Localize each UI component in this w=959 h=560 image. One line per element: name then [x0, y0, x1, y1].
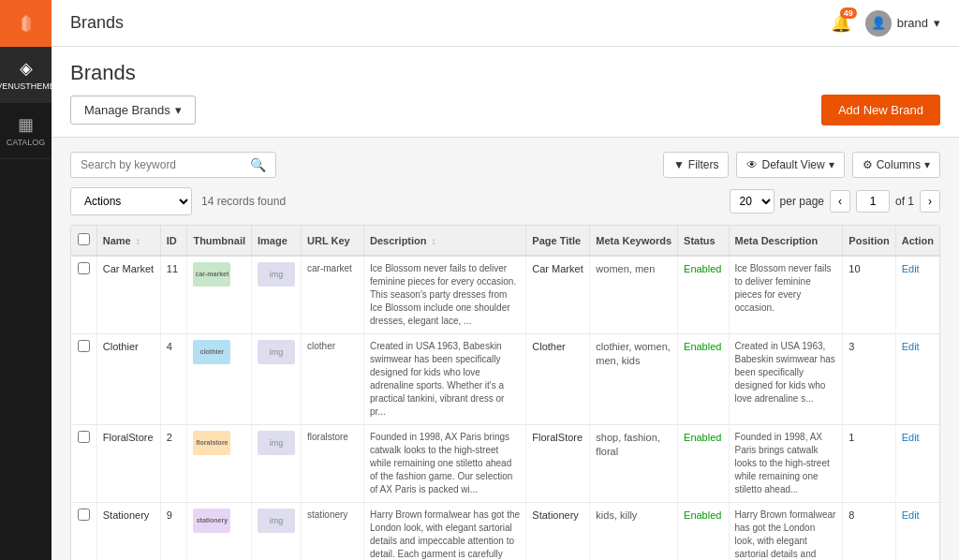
user-label: brand: [897, 16, 928, 30]
records-count: 14 records found: [201, 195, 286, 208]
main-content: Brands 🔔 49 👤 brand ▾ Brands Manage Bran…: [52, 0, 959, 560]
edit-link[interactable]: Edit: [902, 509, 920, 521]
th-metakw: Meta Keywords: [590, 226, 678, 256]
manage-brands-label: Manage Brands: [84, 103, 170, 117]
per-page-select[interactable]: 20: [730, 189, 775, 214]
cell-position: 8: [843, 503, 895, 561]
prev-page-button[interactable]: ‹: [830, 190, 850, 213]
venustheme-icon: ◈: [20, 58, 33, 79]
view-button[interactable]: 👁 Default View ▾: [736, 152, 844, 178]
cell-status: Enabled: [678, 425, 730, 503]
th-action: Action: [895, 226, 939, 256]
gear-icon: ⚙: [863, 158, 873, 171]
table-row: Stationery 9 stationery img stationery H…: [71, 503, 939, 561]
eye-icon: 👁: [746, 158, 758, 171]
catalog-icon: ▦: [18, 114, 34, 135]
cell-urlkey: car-market: [302, 256, 364, 334]
table-row: Car Market 11 car-market img car-market …: [71, 256, 939, 334]
th-position: Position: [843, 226, 895, 256]
page-header: Brands Manage Brands ▾ Add New Brand: [52, 47, 959, 138]
brands-table: Name ↕ ID Thumbnail Image URL Key Descri…: [71, 226, 939, 560]
chevron-down-icon: ▾: [829, 158, 834, 171]
th-urlkey: URL Key: [302, 226, 364, 256]
user-menu[interactable]: 👤 brand ▾: [865, 10, 940, 37]
sidebar-item-catalog[interactable]: ▦ CATALOG: [0, 103, 52, 159]
page-number-input[interactable]: [856, 190, 890, 213]
cell-name: Car Market: [96, 256, 160, 334]
cell-id: 11: [160, 256, 187, 334]
row-checkbox[interactable]: [78, 340, 90, 352]
page-title: Brands: [70, 47, 940, 95]
columns-label: Columns: [877, 158, 921, 171]
search-input[interactable]: [81, 158, 245, 171]
cell-position: 1: [843, 425, 895, 503]
cell-metadesc: Founded in 1998, AX Paris brings catwalk…: [729, 425, 843, 503]
cell-metakw: kids, killy: [590, 503, 678, 561]
cell-pagetitle: Car Market: [526, 256, 590, 334]
cell-metadesc: Created in USA 1963, Babeskin swimwear h…: [729, 334, 843, 425]
cell-image: img: [252, 256, 302, 334]
sub-toolbar-right: 20 per page ‹ of 1 ›: [730, 189, 940, 214]
sort-icon: ↕: [432, 236, 436, 246]
cell-metakw: women, men: [590, 256, 678, 334]
row-checkbox[interactable]: [78, 508, 90, 521]
page-actions: Manage Brands ▾ Add New Brand: [70, 95, 940, 137]
cell-thumbnail: car-market: [187, 256, 252, 334]
filters-button[interactable]: ▼ Filters: [663, 152, 730, 178]
edit-link[interactable]: Edit: [902, 263, 920, 274]
search-box[interactable]: 🔍: [70, 152, 276, 178]
notification-bell[interactable]: 🔔 49: [831, 13, 851, 34]
cell-thumbnail: stationery: [187, 503, 252, 561]
cell-thumbnail: clothier: [187, 334, 252, 425]
add-new-brand-button[interactable]: Add New Brand: [821, 95, 940, 125]
cell-position: 10: [843, 256, 895, 334]
sidebar-item-venustheme[interactable]: ◈ VENUSTHEME: [0, 47, 52, 103]
table-row: Clothier 4 clothier img clother Created …: [71, 334, 939, 425]
sort-icon: ↕: [136, 236, 140, 246]
th-thumbnail: Thumbnail: [187, 226, 252, 256]
th-description: Description ↕: [364, 226, 526, 256]
search-icon[interactable]: 🔍: [250, 157, 266, 172]
table-row: FloralStore 2 floralstore img floralstor…: [71, 425, 939, 503]
cell-action: Edit: [895, 425, 939, 503]
chevron-down-icon: ▾: [934, 16, 940, 30]
toolbar: 🔍 ▼ Filters 👁 Default View ▾ ⚙ Columns ▾: [70, 152, 940, 178]
th-id: ID: [160, 226, 187, 256]
brands-table-wrapper: Name ↕ ID Thumbnail Image URL Key Descri…: [70, 225, 940, 560]
cell-description: Harry Brown formalwear has got the Londo…: [364, 503, 526, 561]
filter-icon: ▼: [673, 158, 685, 171]
cell-id: 9: [160, 503, 187, 561]
cell-id: 4: [160, 334, 187, 425]
magento-logo: [0, 0, 52, 47]
actions-select[interactable]: Actions: [70, 187, 192, 215]
row-checkbox-cell: [71, 256, 96, 334]
cell-status: Enabled: [678, 334, 730, 425]
cell-name: FloralStore: [96, 425, 160, 503]
row-checkbox-cell: [71, 425, 96, 503]
cell-description: Created in USA 1963, Babeskin swimwear h…: [364, 334, 526, 425]
cell-metakw: shop, fashion, floral: [590, 425, 678, 503]
manage-brands-button[interactable]: Manage Brands ▾: [70, 96, 196, 125]
content-area: 🔍 ▼ Filters 👁 Default View ▾ ⚙ Columns ▾: [52, 138, 959, 560]
cell-pagetitle: Stationery: [526, 503, 590, 561]
columns-button[interactable]: ⚙ Columns ▾: [852, 152, 940, 178]
cell-name: Clothier: [96, 334, 160, 425]
view-label: Default View: [761, 158, 824, 171]
edit-link[interactable]: Edit: [902, 432, 920, 443]
cell-pagetitle: FloralStore: [526, 425, 590, 503]
sidebar: ◈ VENUSTHEME ▦ CATALOG: [0, 0, 52, 560]
cell-description: Ice Blossom never fails to deliver femin…: [364, 256, 526, 334]
cell-status: Enabled: [678, 256, 730, 334]
cell-description: Founded in 1998, AX Paris brings catwalk…: [364, 425, 526, 503]
select-all-checkbox[interactable]: [78, 233, 90, 245]
cell-position: 3: [843, 334, 895, 425]
next-page-button[interactable]: ›: [920, 190, 940, 213]
edit-link[interactable]: Edit: [902, 341, 920, 352]
row-checkbox[interactable]: [78, 262, 90, 274]
cell-urlkey: stationery: [302, 503, 364, 561]
chevron-down-icon: ▾: [924, 158, 930, 171]
cell-status: Enabled: [678, 503, 730, 561]
topbar-title: Brands: [70, 13, 124, 33]
row-checkbox[interactable]: [78, 431, 90, 443]
cell-image: img: [252, 503, 302, 561]
